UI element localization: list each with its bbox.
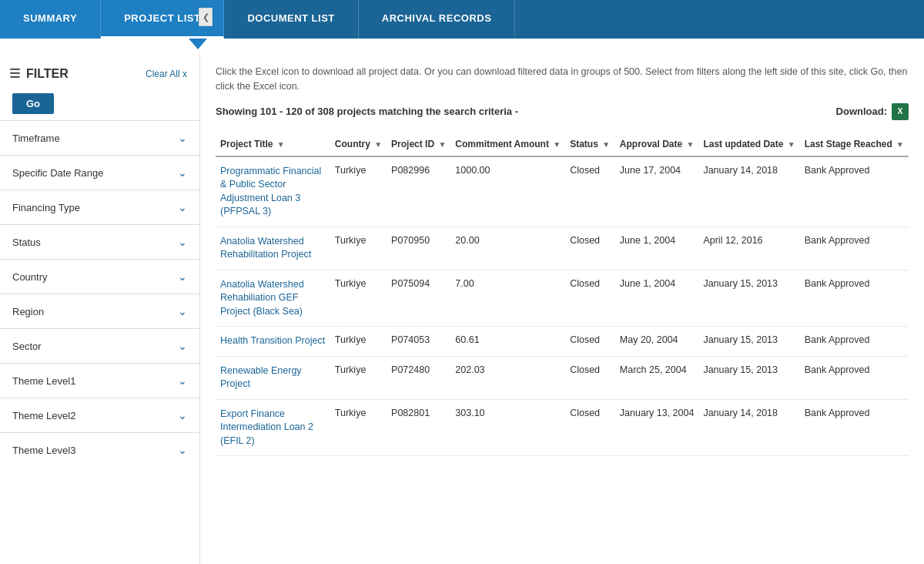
table-row: Programmatic Financial & Public Sector A… [216, 156, 909, 227]
tab-summary[interactable]: SUMMARY [0, 0, 101, 39]
filter-item-sector[interactable]: Sector ⌄ [0, 328, 199, 363]
cell-updated-1: April 12, 2016 [698, 227, 799, 270]
col-header-stage[interactable]: Last Stage Reached ▼ [800, 133, 909, 156]
col-header-amount[interactable]: Commitment Amount ▼ [450, 133, 565, 156]
project-link-4[interactable]: Renewable Energy Project [220, 365, 302, 390]
chevron-sector-icon: ⌄ [178, 340, 187, 352]
cell-updated-2: January 15, 2013 [698, 270, 799, 327]
go-button[interactable]: Go [12, 93, 54, 114]
table-row: Anatolia Watershed Rehabiliation GEF Pro… [216, 270, 909, 327]
project-link-3[interactable]: Health Transition Project [220, 335, 325, 346]
main-layout: ☰ FILTER Clear All x Go Timeframe ⌄ Spec… [0, 52, 924, 564]
project-link-1[interactable]: Anatolia Watershed Rehabilitation Projec… [220, 236, 311, 260]
col-header-updated[interactable]: Last updated Date ▼ [698, 133, 799, 156]
cell-stage-0: Bank Approved [800, 156, 909, 227]
project-link-2[interactable]: Anatolia Watershed Rehabiliation GEF Pro… [220, 279, 304, 317]
sort-updated-icon: ▼ [788, 140, 795, 149]
filter-item-specific-date[interactable]: Specific Date Range ⌄ [0, 155, 199, 190]
filter-item-country[interactable]: Country ⌄ [0, 259, 199, 294]
cell-updated-4: January 15, 2013 [698, 356, 799, 399]
cell-title-1: Anatolia Watershed Rehabilitation Projec… [216, 227, 330, 270]
cell-id-4: P072480 [387, 356, 450, 399]
excel-download-button[interactable]: X [892, 103, 909, 120]
filter-specific-date-label: Specific Date Range [12, 167, 104, 179]
go-button-wrapper: Go [0, 87, 199, 120]
filter-financing-type-label: Financing Type [12, 202, 80, 213]
cell-title-4: Renewable Energy Project [216, 356, 330, 399]
cell-country-4: Turkiye [330, 356, 387, 399]
filter-icon: ☰ [9, 66, 20, 81]
col-header-id[interactable]: Project ID ▼ [387, 133, 450, 156]
chevron-theme2-icon: ⌄ [178, 409, 187, 421]
results-summary-row: Showing 101 - 120 of 308 projects matchi… [216, 103, 909, 120]
filter-item-region[interactable]: Region ⌄ [0, 294, 199, 328]
project-link-5[interactable]: Export Finance Intermediation Loan 2 (EF… [220, 408, 313, 446]
cell-status-3: Closed [565, 327, 615, 357]
filter-item-theme3[interactable]: Theme Level3 ⌄ [0, 432, 199, 467]
cell-stage-5: Bank Approved [800, 399, 909, 456]
sort-approval-icon: ▼ [687, 140, 695, 149]
cell-stage-3: Bank Approved [800, 327, 909, 357]
clear-all-link[interactable]: Clear All x [146, 69, 187, 79]
cell-approval-0: June 17, 2004 [615, 156, 699, 227]
cell-status-1: Closed [565, 227, 615, 270]
project-link-0[interactable]: Programmatic Financial & Public Sector A… [220, 166, 321, 217]
cell-amount-5: 303.10 [450, 399, 565, 456]
cell-id-0: P082996 [387, 156, 450, 227]
cell-stage-2: Bank Approved [800, 270, 909, 327]
filter-item-financing-type[interactable]: Financing Type ⌄ [0, 190, 199, 224]
results-summary-text: Showing 101 - 120 of 308 projects matchi… [216, 106, 518, 117]
cell-id-5: P082801 [387, 399, 450, 456]
filter-item-theme1[interactable]: Theme Level1 ⌄ [0, 363, 199, 398]
filter-item-status[interactable]: Status ⌄ [0, 224, 199, 259]
cell-amount-0: 1000.00 [450, 156, 565, 227]
tab-document-list[interactable]: DOCUMENT LIST [224, 0, 358, 39]
cell-stage-1: Bank Approved [800, 227, 909, 270]
cell-approval-5: January 13, 2004 [615, 399, 699, 456]
tab-archival-records[interactable]: ARCHIVAL RECORDS [359, 0, 516, 39]
cell-country-2: Turkiye [330, 270, 387, 327]
cell-updated-0: January 14, 2018 [698, 156, 799, 227]
table-row: Health Transition Project Turkiye P07405… [216, 327, 909, 357]
col-header-status[interactable]: Status ▼ [565, 133, 615, 156]
download-label: Download: [836, 106, 887, 117]
filter-theme2-label: Theme Level2 [12, 410, 75, 421]
sort-id-icon: ▼ [438, 140, 446, 149]
cell-approval-1: June 1, 2004 [615, 227, 699, 270]
sort-country-icon: ▼ [374, 140, 382, 149]
cell-id-2: P075094 [387, 270, 450, 327]
sidebar-toggle-button[interactable]: ❮ [199, 8, 213, 26]
filter-label: FILTER [26, 67, 69, 81]
content-area: Click the Excel icon to download all pro… [200, 52, 924, 564]
sort-amount-icon: ▼ [553, 140, 561, 149]
cell-updated-3: January 15, 2013 [698, 327, 799, 357]
cell-approval-3: May 20, 2004 [615, 327, 699, 357]
cell-approval-2: June 1, 2004 [615, 270, 699, 327]
filter-item-theme2[interactable]: Theme Level2 ⌄ [0, 398, 199, 432]
col-header-approval[interactable]: Approval Date ▼ [615, 133, 699, 156]
filter-item-timeframe[interactable]: Timeframe ⌄ [0, 120, 199, 155]
cell-updated-5: January 14, 2018 [698, 399, 799, 456]
filter-title: ☰ FILTER [9, 66, 69, 81]
chevron-status-icon: ⌄ [178, 236, 187, 248]
cell-title-0: Programmatic Financial & Public Sector A… [216, 156, 330, 227]
table-row: Renewable Energy Project Turkiye P072480… [216, 356, 909, 399]
cell-amount-4: 202.03 [450, 356, 565, 399]
table-row: Anatolia Watershed Rehabilitation Projec… [216, 227, 909, 270]
cell-amount-2: 7.00 [450, 270, 565, 327]
cell-title-2: Anatolia Watershed Rehabiliation GEF Pro… [216, 270, 330, 327]
cell-status-0: Closed [565, 156, 615, 227]
cell-country-1: Turkiye [330, 227, 387, 270]
navigation-tabs: SUMMARY PROJECT LIST DOCUMENT LIST ARCHI… [0, 0, 924, 39]
col-header-title[interactable]: Project Title ▼ [216, 133, 330, 156]
tab-indicator-row [0, 39, 924, 52]
filter-country-label: Country [12, 271, 48, 283]
col-header-country[interactable]: Country ▼ [330, 133, 387, 156]
chevron-theme3-icon: ⌄ [178, 444, 187, 456]
chevron-specific-date-icon: ⌄ [178, 166, 187, 179]
cell-country-0: Turkiye [330, 156, 387, 227]
sort-stage-icon: ▼ [896, 140, 904, 149]
cell-status-4: Closed [565, 356, 615, 399]
table-header-row: Project Title ▼ Country ▼ Project ID ▼ [216, 133, 909, 156]
chevron-financing-type-icon: ⌄ [178, 201, 187, 213]
